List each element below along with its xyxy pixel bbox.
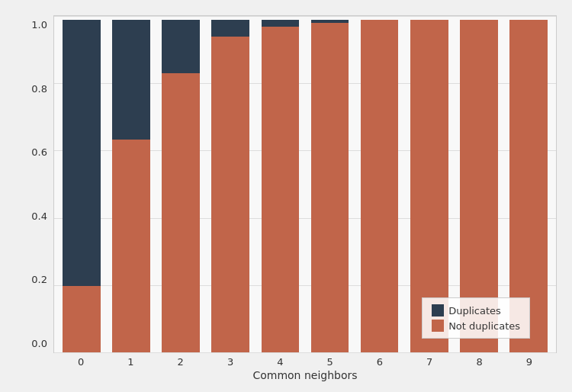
chart-area: 1.00.80.60.40.20.0 0123456789 Common nei… <box>15 15 557 384</box>
x-axis-label: Common neighbors <box>15 368 557 384</box>
bar-segment-duplicates <box>112 20 150 140</box>
bar-group <box>108 20 155 352</box>
bar-segment-not-duplicates <box>63 286 101 352</box>
bar-segment-duplicates <box>162 20 200 73</box>
legend-color-box <box>432 320 444 332</box>
legend-label: Not duplicates <box>448 320 520 332</box>
bar-stack <box>361 20 399 352</box>
bar-group <box>306 20 353 352</box>
bar-stack <box>211 20 249 352</box>
x-tick: 0 <box>57 356 104 368</box>
bar-segment-duplicates <box>63 20 101 286</box>
x-tick: 9 <box>506 356 553 368</box>
bar-stack <box>162 20 200 352</box>
y-tick: 0.6 <box>31 146 47 158</box>
legend-item: Duplicates <box>432 304 520 316</box>
bar-segment-not-duplicates <box>311 23 349 352</box>
y-tick: 0.8 <box>31 83 47 95</box>
y-tick: 0.0 <box>31 338 47 349</box>
bar-group <box>157 20 204 352</box>
bar-segment-not-duplicates <box>162 73 200 352</box>
bar-group <box>356 20 403 352</box>
x-axis: 0123456789 <box>15 353 557 368</box>
y-tick: 0.4 <box>31 210 47 222</box>
bar-stack <box>262 20 300 352</box>
y-axis: 1.00.80.60.40.20.0 <box>15 15 53 353</box>
x-tick: 1 <box>107 356 154 368</box>
y-tick: 1.0 <box>31 19 47 31</box>
legend-label: Duplicates <box>448 305 501 316</box>
x-tick: 2 <box>157 356 204 368</box>
grid-line <box>54 352 556 353</box>
bar-segment-duplicates <box>262 20 300 27</box>
bar-segment-not-duplicates <box>211 37 249 352</box>
bar-stack <box>63 20 101 352</box>
x-tick: 5 <box>306 356 353 368</box>
bar-group <box>256 20 304 352</box>
y-tick: 0.2 <box>31 274 47 285</box>
x-ticks: 0123456789 <box>53 353 557 368</box>
legend: DuplicatesNot duplicates <box>422 297 530 339</box>
legend-color-box <box>432 304 444 316</box>
bar-group <box>58 20 105 352</box>
x-tick: 8 <box>455 356 503 368</box>
x-tick: 6 <box>356 356 403 368</box>
bar-stack <box>112 20 150 352</box>
bar-segment-not-duplicates <box>262 27 300 352</box>
bar-stack <box>311 20 349 352</box>
bar-group <box>207 20 254 352</box>
legend-item: Not duplicates <box>432 320 520 332</box>
bar-segment-not-duplicates <box>361 20 399 352</box>
x-tick: 7 <box>406 356 453 368</box>
x-tick: 4 <box>256 356 304 368</box>
chart-container: 1.00.80.60.40.20.0 0123456789 Common nei… <box>0 0 572 392</box>
bar-segment-duplicates <box>211 20 249 37</box>
bar-segment-not-duplicates <box>112 140 150 352</box>
x-tick: 3 <box>207 356 254 368</box>
